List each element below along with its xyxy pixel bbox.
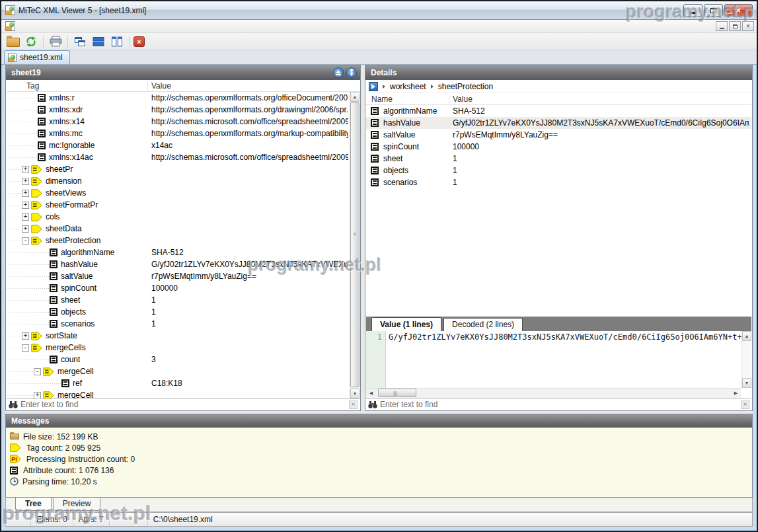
tree-find-input[interactable]: [20, 400, 346, 409]
expand-icon[interactable]: +: [22, 178, 29, 185]
tree-row[interactable]: objects1: [7, 306, 350, 318]
expand-icon[interactable]: +: [22, 166, 29, 173]
tree-row[interactable]: + sheetPr: [7, 163, 350, 175]
scroll-down-icon[interactable]: ▼: [742, 378, 751, 388]
tree-panel: sheet19 ▼▼ Tag Value xmlns:rhttp://schem…: [5, 65, 361, 411]
tree-row[interactable]: algorithmNameSHA-512: [7, 247, 350, 258]
mdi-close-button[interactable]: ×: [742, 21, 754, 31]
tree-row[interactable]: xmlns:xdrhttp://schemas.openxmlformats.o…: [7, 104, 350, 116]
attribute-icon: [50, 320, 57, 328]
cascade-windows-button[interactable]: [72, 34, 88, 49]
tree-row[interactable]: + sortState: [7, 330, 350, 342]
scroll-up-icon[interactable]: ▲: [742, 331, 751, 341]
expand-all-button[interactable]: ▼▼: [346, 67, 357, 78]
attribute-icon: [38, 106, 46, 114]
details-row[interactable]: sheet1: [366, 153, 751, 165]
scroll-left-icon[interactable]: ◀: [366, 389, 376, 398]
open-file-button[interactable]: [5, 34, 20, 49]
expand-icon[interactable]: +: [22, 225, 29, 233]
scroll-right-icon[interactable]: ▶: [731, 389, 741, 398]
tree-row[interactable]: saltValuer7pWsEMqtImm/y8LYauZig==: [7, 270, 350, 282]
tree-row[interactable]: + sheetViews: [7, 187, 350, 199]
tree-row[interactable]: scenarios1: [7, 318, 350, 330]
collapse-icon[interactable]: -: [22, 237, 29, 245]
print-button[interactable]: [48, 34, 63, 49]
column-tag: Tag: [26, 81, 39, 91]
minimize-button[interactable]: [683, 4, 702, 17]
tree-row[interactable]: refC18:K18: [7, 377, 350, 389]
expand-icon[interactable]: +: [22, 213, 29, 221]
tree-connector: [7, 241, 22, 241]
tree-row[interactable]: + dimension: [7, 175, 350, 187]
expand-icon[interactable]: +: [22, 332, 29, 340]
breadcrumb: worksheet sheetProtection: [366, 80, 751, 93]
tree-row[interactable]: xmlns:rhttp://schemas.openxmlformats.org…: [7, 92, 350, 104]
tab-tree[interactable]: Tree: [15, 498, 52, 511]
column-divider[interactable]: [449, 94, 449, 104]
breadcrumb-item[interactable]: sheetProtection: [438, 82, 493, 91]
tree-row[interactable]: sheet1: [7, 294, 350, 306]
expand-icon[interactable]: +: [22, 190, 29, 197]
tree-row[interactable]: xmlns:x14http://schemas.microsoft.com/of…: [7, 116, 350, 128]
collapse-all-button[interactable]: [333, 67, 344, 78]
tree-value: 100000: [151, 284, 348, 293]
tree-scrollbar[interactable]: ▲ ▼: [350, 92, 360, 399]
details-row[interactable]: objects1: [366, 165, 751, 176]
editor-content[interactable]: G/yfJ02tr1ZLYv7eKX0YsJJ80M2T3sxNJ5sKA7xV…: [386, 331, 741, 388]
details-row[interactable]: algorithmNameSHA-512: [366, 105, 751, 117]
column-divider[interactable]: [147, 81, 148, 91]
details-row[interactable]: scenarios1: [366, 176, 751, 188]
tab-decoded[interactable]: Decoded (2 lines): [443, 318, 523, 331]
editor-scrollbar-horizontal[interactable]: ◀ ▶: [366, 388, 741, 398]
tab-preview[interactable]: Preview: [53, 498, 101, 511]
window-title: MiTeC XML Viewer 5 - [sheet19.xml]: [19, 6, 146, 15]
restore-button[interactable]: [704, 4, 723, 17]
attribute-icon: [50, 284, 57, 292]
printer-icon: [50, 36, 62, 47]
tree-column-header: Tag Value: [7, 80, 360, 92]
expand-icon[interactable]: +: [22, 202, 29, 209]
value-editor[interactable]: 1 G/yfJ02tr1ZLYv7eKX0YsJJ80M2T3sxNJ5sKA7…: [366, 331, 751, 388]
tab-sheet19-xml[interactable]: sheet19.xml: [4, 50, 70, 64]
breadcrumb-node-icon[interactable]: [369, 82, 378, 91]
tree-row[interactable]: - sheetProtection: [7, 235, 350, 247]
message-item: Attribute count: 1 076 136: [10, 465, 752, 476]
tree-row[interactable]: xmlns:x14achttp://schemas.microsoft.com/…: [7, 151, 350, 163]
tree-row[interactable]: + sheetFormatPr: [7, 199, 350, 211]
tile-horizontal-button[interactable]: [91, 34, 106, 49]
tree-row[interactable]: + sheetData: [7, 223, 350, 235]
tree-row[interactable]: - mergeCells: [7, 342, 350, 354]
close-document-button[interactable]: ×: [133, 36, 145, 47]
tile-vertical-button[interactable]: [109, 34, 125, 49]
tree-row[interactable]: spinCount100000: [7, 282, 350, 294]
tree-row[interactable]: hashValueG/yfJ02tr1ZLYv7eKX0YsJJ80M2T3sx…: [7, 258, 350, 270]
expand-icon[interactable]: +: [34, 392, 41, 399]
tree-row[interactable]: + mergeCell: [7, 389, 350, 399]
mdi-minimize-button[interactable]: [716, 21, 728, 31]
mdi-restore-button[interactable]: [729, 21, 741, 31]
details-find-input[interactable]: [380, 400, 738, 409]
refresh-button[interactable]: [23, 34, 39, 49]
scroll-up-icon[interactable]: ▲: [350, 92, 360, 102]
tree-row[interactable]: - mergeCell: [7, 365, 350, 377]
breadcrumb-item[interactable]: worksheet: [390, 82, 426, 91]
details-row[interactable]: spinCount100000: [366, 141, 751, 153]
tree-row[interactable]: count3: [7, 354, 350, 365]
close-button[interactable]: ×: [724, 4, 753, 17]
tree-row[interactable]: xmlns:mchttp://schemas.openxmlformats.or…: [7, 128, 350, 139]
scrollbar-thumb[interactable]: [378, 389, 416, 397]
collapse-icon[interactable]: -: [34, 368, 41, 375]
detail-name: scenarios: [383, 178, 417, 187]
tab-value[interactable]: Value (1 lines): [371, 317, 441, 331]
details-row[interactable]: saltValuer7pWsEMqtImm/y8LYauZig==: [366, 129, 751, 141]
details-row[interactable]: hashValueG/yfJ02tr1ZLYv7eKX0YsJJ80M2T3sx…: [366, 117, 751, 129]
tree-row[interactable]: mc:Ignorablex14ac: [7, 139, 350, 151]
find-close-icon[interactable]: ✕: [349, 400, 358, 409]
scrollbar-thumb[interactable]: [350, 102, 360, 387]
collapse-icon[interactable]: -: [22, 344, 29, 352]
find-close-icon[interactable]: ✕: [741, 400, 749, 409]
tree-connector: [7, 348, 22, 348]
editor-scrollbar-vertical[interactable]: ▲ ▼: [741, 331, 751, 388]
scroll-down-icon[interactable]: ▼: [350, 389, 360, 399]
tree-row[interactable]: + cols: [7, 211, 350, 223]
